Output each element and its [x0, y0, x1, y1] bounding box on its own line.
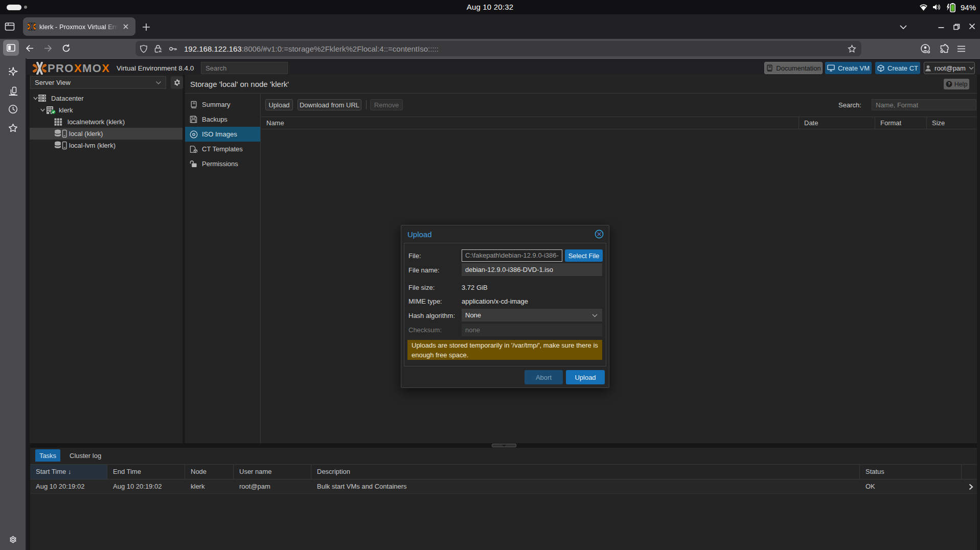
- url-bar[interactable]: 192.168.122.163:8006/#v1:0:=storage%2Fkl…: [135, 41, 861, 56]
- system-tray[interactable]: 94%: [919, 0, 976, 14]
- user-menu-button[interactable]: root@pam: [924, 62, 975, 74]
- column-header-user-name[interactable]: User name: [234, 465, 311, 479]
- caret-expanded-icon[interactable]: [33, 97, 38, 100]
- monitor-icon: [827, 64, 835, 72]
- column-header-start-time[interactable]: Start Time ↓: [30, 465, 107, 479]
- tab-cluster-log[interactable]: Cluster log: [70, 449, 101, 462]
- create-vm-button[interactable]: Create VM: [825, 62, 872, 74]
- column-header-date[interactable]: Date: [799, 117, 875, 129]
- select-file-button[interactable]: Select File: [565, 249, 603, 262]
- ai-chatbot-icon[interactable]: [8, 67, 18, 77]
- column-header-expand: [962, 465, 977, 479]
- task-row[interactable]: Aug 10 20:19:02 Aug 10 20:19:02 klerk ro…: [30, 479, 977, 494]
- upload-button[interactable]: Upload: [265, 99, 293, 110]
- url-host: 192.168.122.163: [184, 44, 242, 53]
- synced-tabs-icon[interactable]: [8, 86, 18, 97]
- abort-button[interactable]: Abort: [525, 370, 563, 384]
- download-from-url-button[interactable]: Download from URL: [298, 99, 361, 110]
- history-clock-icon[interactable]: [8, 104, 18, 114]
- battery-icon: [945, 3, 956, 12]
- list-tabs-chevron-icon[interactable]: [899, 23, 908, 31]
- clock[interactable]: Aug 10 20:32: [0, 0, 980, 14]
- back-button[interactable]: [26, 44, 34, 53]
- row-expand-chevron-icon[interactable]: [969, 484, 973, 490]
- column-header-node[interactable]: Node: [185, 465, 234, 479]
- forward-button[interactable]: [43, 44, 52, 53]
- new-tab-button[interactable]: [141, 22, 151, 32]
- node-building-icon: [46, 106, 56, 114]
- tree-item-local-selected[interactable]: local (klerk): [30, 128, 183, 140]
- tab-close-icon[interactable]: [121, 22, 130, 31]
- subnav-permissions[interactable]: Permissions: [185, 156, 260, 171]
- resource-tree-panel: Server View Datacenter: [30, 75, 183, 443]
- extensions-puzzle-icon[interactable]: [939, 44, 949, 54]
- bookmarks-star-icon[interactable]: [8, 123, 18, 133]
- subnav-ct-templates[interactable]: CT Templates: [185, 142, 260, 156]
- iso-grid-header: Name Date Format Size: [261, 117, 977, 129]
- subnav-label: Backups: [202, 116, 227, 123]
- subnav-iso-images-selected[interactable]: ISO Images: [185, 127, 260, 142]
- browser-tab[interactable]: klerk - Proxmox Virtual Environment: [23, 17, 135, 36]
- sidebar-toggle-button[interactable]: [3, 40, 19, 56]
- download-label: Download from URL: [300, 101, 359, 109]
- dialog-upload-button[interactable]: Upload: [566, 370, 605, 384]
- view-selector-combo[interactable]: Server View: [30, 76, 166, 89]
- grid-search-input[interactable]: [872, 99, 976, 110]
- resource-tree: Datacenter klerk localnetwork (klerk): [30, 93, 183, 151]
- checksum-input-disabled[interactable]: none: [462, 324, 602, 336]
- help-circle-icon: ?: [946, 81, 952, 87]
- tree-item-datacenter[interactable]: Datacenter: [30, 93, 183, 104]
- splitter-handle[interactable]: [492, 444, 516, 447]
- key-icon[interactable]: [169, 45, 177, 53]
- column-header-end-time[interactable]: End Time: [107, 465, 185, 479]
- firefox-view-button[interactable]: [4, 21, 17, 33]
- tree-settings-gear-button[interactable]: [171, 76, 183, 89]
- column-header-description[interactable]: Description: [311, 465, 860, 479]
- tree-item-localnetwork[interactable]: localnetwork (klerk): [30, 116, 183, 128]
- create-vm-label: Create VM: [838, 64, 870, 72]
- column-header-status[interactable]: Status: [860, 465, 962, 479]
- subnav-summary[interactable]: Summary: [185, 97, 260, 112]
- file-path-input[interactable]: C:\fakepath\debian-12.9.0-i386-: [462, 249, 562, 262]
- file-size-label: File size:: [408, 284, 435, 291]
- window-close-button[interactable]: [969, 23, 975, 30]
- file-size-value: 3.72 GiB: [462, 284, 488, 291]
- tasks-grid-header: Start Time ↓ End Time Node User name Des…: [30, 464, 977, 479]
- storage-database-icon: [54, 129, 67, 138]
- tree-item-node-klerk[interactable]: klerk: [30, 104, 183, 116]
- hash-algorithm-select[interactable]: None: [462, 309, 602, 322]
- window-restore-button[interactable]: [953, 24, 960, 30]
- lock-warning-icon[interactable]: [154, 44, 163, 53]
- url-path: :8006/#v1:0:=storage%2Fklerk%2Flocal:4::…: [242, 44, 439, 53]
- column-header-size[interactable]: Size: [927, 117, 977, 129]
- help-button[interactable]: ? Help: [944, 79, 969, 89]
- caret-expanded-icon[interactable]: [40, 108, 45, 112]
- firefox-tab-bar: klerk - Proxmox Virtual Environment: [0, 14, 980, 39]
- column-header-name[interactable]: Name: [261, 117, 799, 129]
- create-ct-button[interactable]: Create CT: [875, 62, 920, 74]
- remove-button-disabled[interactable]: Remove: [370, 99, 403, 110]
- brand-mo: MO: [82, 62, 102, 75]
- reload-button[interactable]: [62, 44, 71, 53]
- tab-tasks-selected[interactable]: Tasks: [35, 449, 60, 462]
- menu-hamburger-icon[interactable]: [957, 45, 966, 53]
- file-name-field[interactable]: debian-12.9.0-i386-DVD-1.iso: [462, 263, 602, 276]
- subnav-backups[interactable]: Backups: [185, 112, 260, 127]
- shield-icon[interactable]: [140, 44, 148, 53]
- window-minimize-button[interactable]: [938, 20, 945, 29]
- task-description: Bulk start VMs and Containers: [311, 479, 407, 494]
- dialog-close-icon[interactable]: [595, 230, 604, 239]
- documentation-button[interactable]: Documentation: [764, 62, 823, 74]
- brand-pro: PRO: [48, 62, 74, 75]
- select-chevron-icon: [592, 314, 598, 317]
- column-header-format[interactable]: Format: [875, 117, 927, 129]
- bookmark-star-icon[interactable]: [848, 44, 856, 53]
- global-search-input[interactable]: [201, 62, 288, 74]
- sidebar-settings-gear-icon[interactable]: [8, 535, 18, 544]
- user-icon: [925, 65, 931, 72]
- wifi-icon: [919, 4, 928, 11]
- tree-item-local-lvm[interactable]: local-lvm (klerk): [30, 140, 183, 151]
- checksum-label: Checksum:: [408, 326, 442, 334]
- url-text[interactable]: 192.168.122.163:8006/#v1:0:=storage%2Fkl…: [184, 44, 848, 53]
- account-icon[interactable]: [920, 43, 931, 54]
